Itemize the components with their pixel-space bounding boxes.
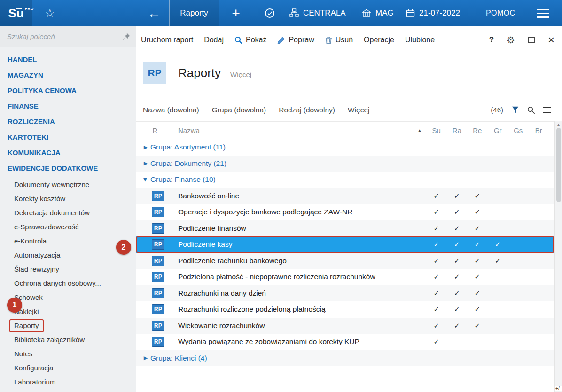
toolbar-uruchom-raport[interactable]: Uruchom raport [141,36,193,44]
scrollbar-thumb[interactable] [556,128,561,202]
report-row[interactable]: RPPodzielona płatność - niepoprawne rozl… [136,269,554,285]
sidebar-module-rozliczenia[interactable]: ROZLICZENIA [0,114,136,129]
check-cell: ✓ [447,269,468,285]
report-row[interactable]: RPRozrachunki na dany dzień✓✓✓ [136,285,554,302]
group-row[interactable]: ▶Grupa: Finanse (10) [136,172,554,188]
check-cell [508,236,529,253]
sidebar-module-finanse[interactable]: FINANSE [0,98,136,114]
group-row[interactable]: ▶Grupa: Klienci (4) [136,350,554,367]
filter-nazwa-dowolna[interactable]: Nazwa (dowolna) [143,106,199,114]
help-menu[interactable]: POMOC [486,0,515,26]
command-search[interactable] [0,26,136,47]
date-selector[interactable]: 21-07-2022 [406,0,460,26]
help-label: POMOC [486,9,515,17]
report-row[interactable]: RPBankowość on-line✓✓✓ [136,188,554,204]
column-header-br[interactable]: Br [529,122,549,139]
column-header-gr[interactable]: Gr [488,122,508,139]
sidebar-subitems: Dokumenty wewnętrzneKorekty kosztówDekre… [0,176,136,389]
column-header-ra[interactable]: Ra [447,122,468,139]
report-row[interactable]: RPWiekowanie rozrachunków✓✓✓ [136,318,554,334]
sidebar-module-ewidencje-dodatkowe[interactable]: EWIDENCJE DODATKOWE [0,160,136,176]
sidebar-item-ochrona-danych-osobowy[interactable]: Ochrona danych osobowy... [0,276,136,290]
report-name: Wiekowanie rozrachunków [178,318,265,334]
sidebar-item-e-kontrola[interactable]: e-Kontrola [0,234,136,248]
sidebar-item-ślad-rewizyjny[interactable]: Ślad rewizyjny [0,262,136,276]
close-icon[interactable]: × [548,34,554,46]
sidebar-item-automatyzacja[interactable]: Automatyzacja [0,248,136,262]
report-row[interactable]: RPOperacje i dyspozycje bankowe podlegaj… [136,204,554,220]
tab-label: Raporty [180,8,208,18]
header-more-link[interactable]: Więcej [230,71,251,78]
column-header-re[interactable]: Re [467,122,488,139]
filter-rodzaj-dowolny[interactable]: Rodzaj (dowolny) [279,106,335,114]
status-check-icon[interactable] [261,0,278,26]
help-button[interactable]: ? [489,35,494,45]
filter-grupa-dowolna[interactable]: Grupa (dowolna) [212,106,266,114]
report-row[interactable]: RPPodliczenie kasy✓✓✓✓ [136,236,554,253]
warehouse-selector[interactable]: MAG [362,0,394,26]
new-tab-button[interactable]: + [226,0,246,26]
sidebar-item-laboratorium[interactable]: Laboratorium [0,375,136,389]
sidebar-module-handel[interactable]: HANDEL [0,52,136,67]
toolbar-usuń[interactable]: Usuń [325,36,353,44]
app-logo[interactable]: Su PRO [0,0,32,26]
cascade-windows-icon[interactable] [528,37,535,43]
funnel-icon[interactable] [512,106,519,113]
logo-pro-label: PRO [25,7,34,11]
gear-icon[interactable]: ⚙ [507,34,515,46]
column-separator [176,126,176,135]
report-row[interactable]: RPPodliczenie rachunku bankowego✓✓✓✓ [136,253,554,269]
pin-icon[interactable] [123,33,130,40]
column-header-r[interactable]: R [148,122,162,140]
check-cell: ✓ [447,236,468,253]
sidebar-item-dokumenty-wewnętrzne[interactable]: Dokumenty wewnętrzne [0,178,136,192]
filter-więcej[interactable]: Więcej [348,106,370,114]
report-flags: ✓✓✓ [426,220,549,237]
sidebar-module-kartoteki[interactable]: KARTOTEKI [0,129,136,145]
sidebar-module-magazyn[interactable]: MAGAZYN [0,67,136,83]
toolbar-pokaż[interactable]: Pokaż [234,36,266,44]
report-row[interactable]: RPPodliczenie finansów✓✓✓ [136,220,554,237]
list-options-icon[interactable] [543,107,551,113]
sidebar: HANDELMAGAZYNPOLITYKA CENOWAFINANSEROZLI… [0,26,136,392]
sidebar-module-komunikacja[interactable]: KOMUNIKACJA [0,145,136,160]
group-collapsed-icon[interactable]: ▶ [142,350,149,367]
sidebar-item-konfiguracja[interactable]: Konfiguracja [0,361,136,375]
column-header-su[interactable]: Su [426,122,447,139]
search-list-icon[interactable] [527,106,535,114]
branch-name: CENTRALA [303,8,346,18]
toolbar-dodaj[interactable]: Dodaj [204,36,224,44]
menu-icon[interactable] [534,0,553,26]
report-row[interactable]: RPWydania powiązane ze zobowiązaniami do… [136,334,554,350]
back-arrow-icon[interactable]: ← [141,0,167,26]
report-row[interactable]: RPRozrachunki rozliczone podzieloną płat… [136,301,554,318]
search-input[interactable] [7,32,123,40]
check-cell [508,188,529,204]
sidebar-module-polityka-cenowa[interactable]: POLITYKA CENOWA [0,83,136,98]
sidebar-item-korekty-kosztów[interactable]: Korekty kosztów [0,192,136,206]
sidebar-item-e-sprawozdawczość[interactable]: e-Sprawozdawczość [0,220,136,234]
branch-selector[interactable]: CENTRALA [289,0,346,26]
column-chooser-button[interactable]: +/- [555,386,562,391]
scroll-up-icon[interactable]: ▲ [555,123,562,127]
sidebar-item-biblioteka-załączników[interactable]: Biblioteka załączników [0,333,136,347]
report-flags: ✓✓✓✓ [426,253,549,269]
group-row[interactable]: ▶Grupa: Dokumenty (21) [136,156,554,172]
group-row[interactable]: ▶Grupa: Asortyment (11) [136,139,554,156]
toolbar-right: ? ⚙ × [489,34,554,46]
group-collapsed-icon[interactable]: ▶ [142,156,149,172]
column-header-nazwa[interactable]: Nazwa [178,122,200,140]
column-header-gs[interactable]: Gs [508,122,529,139]
sidebar-item-notes[interactable]: Notes [0,347,136,361]
group-collapsed-icon[interactable]: ▶ [142,139,149,156]
toolbar-popraw[interactable]: Popraw [277,36,314,44]
sidebar-item-raporty[interactable]: Raporty [0,319,136,333]
sidebar-item-dekretacja-dokumentów[interactable]: Dekretacja dokumentów [0,206,136,220]
sort-ascending-icon[interactable]: ▲ [417,122,422,140]
tab-raporty[interactable]: Raporty [169,0,219,26]
scrollbar[interactable]: ▲ [554,121,562,392]
toolbar-operacje[interactable]: Operacje [364,36,394,44]
check-cell: ✓ [467,269,488,285]
toolbar-ulubione[interactable]: Ulubione [405,36,435,44]
favorites-star-icon[interactable]: ☆ [40,0,59,26]
